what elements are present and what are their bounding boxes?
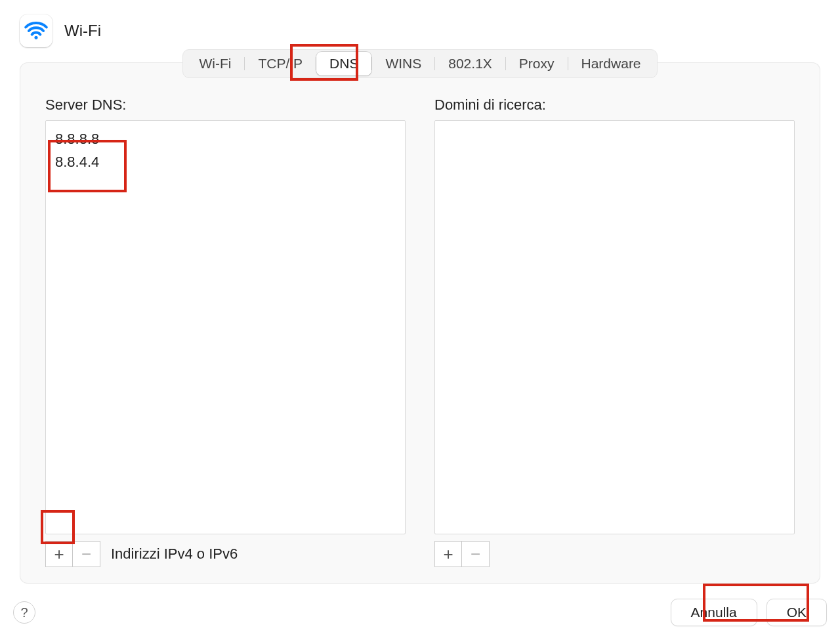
wifi-app-icon (20, 14, 52, 47)
dns-servers-column: Server DNS: 8.8.8.8 8.8.4.4 + − Indirizz… (45, 96, 406, 567)
settings-tabbar: Wi-Fi TCP/IP DNS WINS 802.1X Proxy Hardw… (182, 49, 657, 78)
tab-8021x[interactable]: 802.1X (435, 52, 505, 75)
search-domains-list[interactable] (434, 120, 795, 534)
svg-point-0 (34, 36, 37, 39)
search-domains-add-remove: + − (434, 541, 490, 567)
settings-panel: Server DNS: 8.8.8.8 8.8.4.4 + − Indirizz… (20, 78, 820, 584)
search-domains-add-button[interactable]: + (434, 541, 462, 567)
dns-servers-add-remove: + − (45, 541, 100, 567)
help-icon: ? (20, 605, 28, 620)
search-domains-column: Domini di ricerca: + − (434, 96, 795, 567)
tab-proxy[interactable]: Proxy (506, 52, 568, 75)
dns-servers-label: Server DNS: (45, 96, 406, 114)
dns-server-item[interactable]: 8.8.8.8 (55, 127, 396, 150)
plus-icon: + (54, 544, 64, 565)
tab-hardware[interactable]: Hardware (568, 52, 654, 75)
dns-servers-add-button[interactable]: + (45, 541, 73, 567)
ok-button[interactable]: OK (766, 599, 827, 626)
tab-dns[interactable]: DNS (316, 52, 371, 75)
page-title: Wi-Fi (64, 22, 101, 40)
dns-server-item[interactable]: 8.8.4.4 (55, 150, 396, 173)
tab-tcpip[interactable]: TCP/IP (245, 52, 316, 75)
search-domains-label: Domini di ricerca: (434, 96, 795, 114)
wifi-icon (24, 18, 49, 43)
plus-icon: + (443, 544, 453, 565)
search-domains-remove-button[interactable]: − (462, 541, 490, 567)
dns-servers-remove-button[interactable]: − (73, 541, 100, 567)
help-button[interactable]: ? (13, 601, 35, 624)
minus-icon: − (471, 544, 480, 565)
cancel-button[interactable]: Annulla (671, 599, 757, 626)
tab-wins[interactable]: WINS (372, 52, 434, 75)
minus-icon: − (81, 544, 91, 565)
dns-servers-hint: Indirizzi IPv4 o IPv6 (111, 546, 238, 563)
dns-servers-list[interactable]: 8.8.8.8 8.8.4.4 (45, 120, 406, 534)
tab-wifi[interactable]: Wi-Fi (186, 52, 244, 75)
